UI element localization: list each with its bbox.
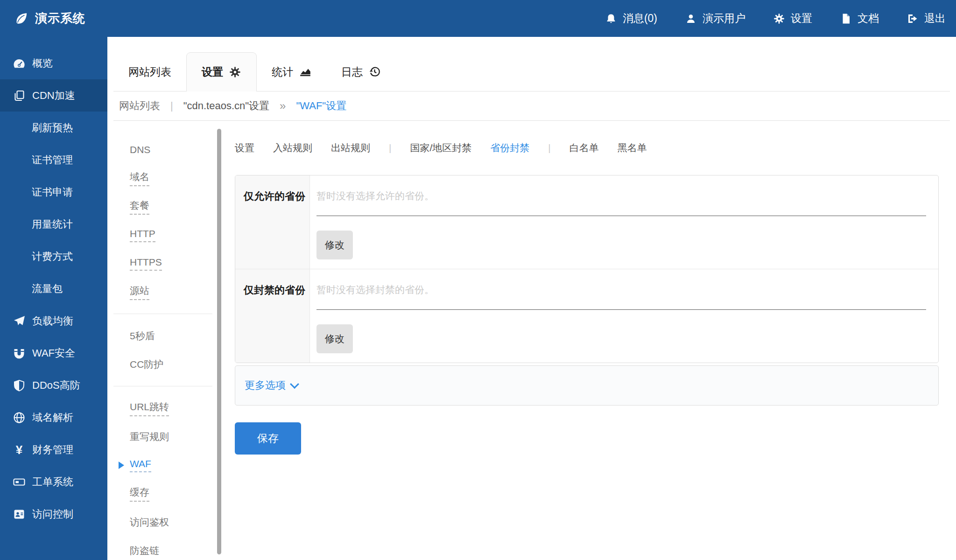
sidebar-label: 访问控制	[32, 507, 73, 521]
current-user-menu-item[interactable]: 演示用户	[685, 11, 745, 26]
submenu-item-waf[interactable]: WAF	[130, 451, 217, 479]
waf-tab-blacklist[interactable]: 黑名单	[618, 141, 647, 154]
breadcrumb-waf-settings[interactable]: "WAF"设置	[296, 99, 346, 113]
submenu-label: HTTP	[130, 228, 155, 242]
site-tabs: 网站列表 设置 统计 日志	[113, 52, 950, 91]
sidebar-label: 负载均衡	[32, 314, 73, 328]
waf-tab-country-block[interactable]: 国家/地区封禁	[410, 141, 471, 154]
waf-tab-whitelist[interactable]: 白名单	[569, 141, 599, 154]
magnet-icon	[13, 347, 25, 359]
waf-pane: 设置 入站规则 出站规则 | 国家/地区封禁 省份封禁 | 白名单 黑名单 仅允…	[235, 121, 950, 455]
sidebar-item-usage-stats[interactable]: 用量统计	[0, 208, 107, 240]
submenu-item-rewrite-rules[interactable]: 重写规则	[130, 422, 217, 451]
tab-label: 日志	[341, 65, 363, 79]
sidebar-item-load-balancer[interactable]: 负载均衡	[0, 305, 107, 337]
breadcrumb-site-list[interactable]: 网站列表	[119, 99, 160, 113]
tab-statistics[interactable]: 统计	[257, 52, 326, 91]
logout-icon	[907, 13, 918, 24]
submenu-item-hotlink-protect[interactable]: 防盗链	[130, 536, 217, 560]
paper-plane-icon	[13, 315, 25, 327]
submenu-item-url-redirect[interactable]: URL跳转	[130, 394, 217, 422]
submenu-label: HTTPS	[130, 257, 162, 271]
sidebar-item-finance[interactable]: ¥ 财务管理	[0, 434, 107, 466]
modify-blocked-button[interactable]: 修改	[316, 324, 353, 353]
ticket-icon	[13, 476, 25, 488]
docs-menu-item[interactable]: 文档	[840, 11, 879, 26]
more-options-link[interactable]: 更多选项	[235, 365, 939, 406]
docs-label: 文档	[858, 11, 879, 26]
settings-menu-item[interactable]: 设置	[773, 11, 812, 26]
settings-submenu: DNS 域名 套餐 HTTP HTTPS 源站 5秒盾 CC防护 URL跳转 重…	[113, 121, 217, 560]
submenu-item-cache[interactable]: 缓存	[130, 479, 217, 508]
modify-allowed-button[interactable]: 修改	[316, 231, 353, 259]
submenu-item-https[interactable]: HTTPS	[130, 249, 217, 278]
waf-tab-outbound-rules[interactable]: 出站规则	[331, 141, 370, 154]
sidebar: 概览 CDN加速 刷新预热 证书管理 证书申请 用量统计 计费方式 流量包 负载…	[0, 37, 107, 560]
waf-tab-separator: |	[548, 142, 550, 154]
tab-logs[interactable]: 日志	[326, 52, 396, 91]
tab-settings[interactable]: 设置	[186, 52, 257, 91]
allowed-provinces-row: 仅允许的省份 暂时没有选择允许的省份。 修改	[235, 175, 938, 269]
submenu-item-5s-shield[interactable]: 5秒盾	[130, 322, 217, 350]
more-options-label: 更多选项	[245, 378, 286, 392]
messages-label: 消息(0)	[623, 11, 657, 26]
breadcrumb-site-settings[interactable]: "cdn.teaos.cn"设置	[183, 99, 269, 113]
blocked-provinces-label: 仅封禁的省份	[235, 269, 310, 363]
sidebar-item-billing-method[interactable]: 计费方式	[0, 240, 107, 273]
waf-tab-settings[interactable]: 设置	[235, 141, 254, 154]
submenu-item-http[interactable]: HTTP	[130, 221, 217, 249]
breadcrumb-chevron: »	[280, 99, 286, 112]
sidebar-item-access-control[interactable]: 访问控制	[0, 498, 107, 530]
waf-tab-inbound-rules[interactable]: 入站规则	[273, 141, 312, 154]
submenu-label: DNS	[130, 144, 150, 155]
allowed-provinces-placeholder: 暂时没有选择允许的省份。	[316, 189, 926, 216]
topbar: 演示系统 消息(0) 演示用户 设置 文档	[0, 0, 956, 37]
blocked-provinces-placeholder: 暂时没有选择封禁的省份。	[316, 283, 926, 310]
chart-icon	[299, 66, 311, 78]
sidebar-item-cdn[interactable]: CDN加速	[0, 79, 107, 112]
submenu-item-plan[interactable]: 套餐	[130, 192, 217, 221]
sidebar-item-dns-resolve[interactable]: 域名解析	[0, 401, 107, 434]
submenu-item-auth[interactable]: 访问鉴权	[130, 508, 217, 536]
submenu-scrollbar-thumb[interactable]	[217, 129, 221, 554]
submenu-label: 源站	[130, 284, 149, 300]
sidebar-item-tickets[interactable]: 工单系统	[0, 466, 107, 498]
submenu-label: 域名	[130, 170, 149, 186]
submenu-item-origin[interactable]: 源站	[130, 278, 217, 306]
sidebar-item-waf-security[interactable]: WAF安全	[0, 337, 107, 369]
tab-site-list[interactable]: 网站列表	[113, 52, 186, 91]
sidebar-item-cert-manage[interactable]: 证书管理	[0, 144, 107, 176]
logout-menu-item[interactable]: 退出	[907, 11, 946, 26]
waf-tab-separator: |	[389, 142, 391, 154]
submenu-item-dns[interactable]: DNS	[130, 135, 217, 164]
submenu-label: URL跳转	[130, 400, 169, 416]
waf-tab-province-block[interactable]: 省份封禁	[490, 141, 529, 154]
save-button[interactable]: 保存	[235, 422, 301, 455]
allowed-provinces-label: 仅允许的省份	[235, 175, 310, 269]
logout-label: 退出	[924, 11, 946, 26]
blocked-provinces-value: 暂时没有选择封禁的省份。 修改	[310, 269, 938, 363]
sidebar-label: 概览	[32, 56, 53, 70]
sidebar-label: 刷新预热	[32, 121, 73, 135]
sidebar-item-overview[interactable]: 概览	[0, 47, 107, 79]
submenu-label: 5秒盾	[130, 329, 155, 343]
sidebar-item-traffic-package[interactable]: 流量包	[0, 273, 107, 305]
active-caret-icon	[119, 462, 124, 469]
messages-menu-item[interactable]: 消息(0)	[605, 11, 657, 26]
id-card-icon	[13, 508, 25, 520]
sidebar-label: 证书申请	[32, 185, 73, 199]
sidebar-label: 域名解析	[32, 411, 73, 425]
submenu-item-cc-protect[interactable]: CC防护	[130, 350, 217, 378]
user-icon	[685, 13, 696, 24]
submenu-item-domain[interactable]: 域名	[130, 164, 217, 192]
sidebar-item-refresh-preheat[interactable]: 刷新预热	[0, 112, 107, 144]
sidebar-label: 流量包	[32, 282, 63, 296]
topbar-menu: 消息(0) 演示用户 设置 文档 退出	[605, 11, 946, 26]
brand[interactable]: 演示系统	[14, 10, 85, 27]
sidebar-label: 财务管理	[32, 443, 73, 457]
breadcrumb-separator: |	[170, 100, 173, 112]
sidebar-item-cert-apply[interactable]: 证书申请	[0, 176, 107, 208]
sidebar-item-ddos[interactable]: DDoS高防	[0, 369, 107, 401]
sidebar-label: CDN加速	[32, 89, 75, 103]
history-icon	[369, 66, 381, 78]
